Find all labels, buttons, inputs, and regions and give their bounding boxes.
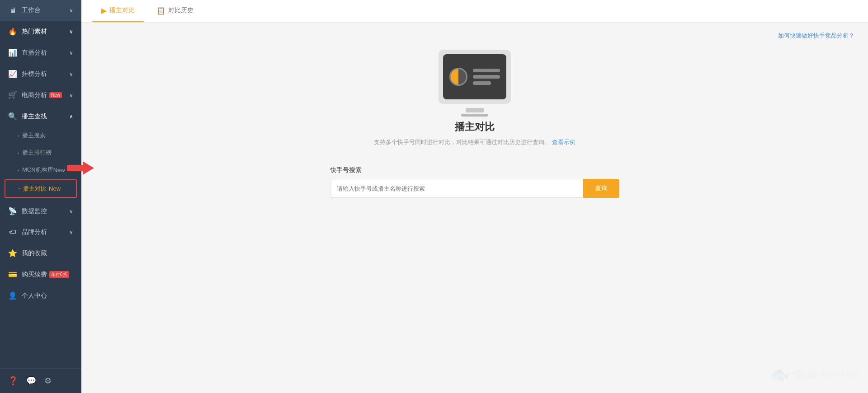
sidebar-item-label: 品牌分析	[22, 228, 47, 236]
sidebar-item-label: 播主查找	[22, 112, 47, 121]
help-link[interactable]: 如何快速做好快手竞品分析？	[778, 32, 854, 40]
view-example-link[interactable]: 查看示例	[552, 139, 576, 145]
sidebar-item-anchor-search[interactable]: 🔍 播主查找 ∧	[0, 106, 81, 127]
monitor-icon: 📡	[8, 207, 17, 215]
sidebar-item-hot-materials[interactable]: 🔥 热门素材 ∨	[0, 21, 81, 42]
sidebar-item-label: 数据监控	[22, 207, 47, 215]
page-subtitle: 支持多个快手号同时进行对比，对比结果可通过对比历史进行查询。 查看示例	[374, 138, 576, 146]
chart-icon: 📊	[8, 48, 17, 57]
tab-compare[interactable]: ▶ 播主对比	[92, 0, 144, 22]
workbench-icon: 🖥	[8, 6, 17, 14]
watermark-brand: 佰|品	[793, 368, 817, 381]
tab-label: 播主对比	[109, 6, 135, 14]
illustration	[439, 50, 511, 117]
shop-icon: 🛒	[8, 91, 17, 99]
new-badge: New	[49, 92, 62, 98]
sidebar-item-label: 播主对比	[23, 185, 47, 193]
search-label: 快手号搜索	[330, 166, 619, 174]
sidebar-item-label: 我的收藏	[22, 249, 47, 257]
chevron-down-icon: ∨	[69, 208, 73, 215]
stand	[466, 108, 484, 112]
new-badge: New	[53, 167, 65, 173]
sidebar-item-label: 个人中心	[22, 292, 47, 300]
center-section: 播主对比 支持多个快手号同时进行对比，对比结果可通过对比历史进行查询。 查看示例…	[81, 23, 868, 198]
tabs-bar: ▶ 播主对比 📋 对比历史	[81, 0, 868, 23]
new-badge: New	[49, 185, 61, 192]
sidebar-item-label: 购买续费	[22, 271, 47, 279]
sidebar-item-label: 工作台	[22, 6, 41, 14]
sidebar-item-workbench[interactable]: 🖥 工作台 ∨	[0, 0, 81, 21]
sidebar-item-rank-analysis[interactable]: 📈 挂榜分析 ∨	[0, 63, 81, 84]
search-input[interactable]	[330, 179, 583, 198]
watermark-logo: 🐟	[769, 365, 790, 384]
page-title: 播主对比	[455, 120, 495, 134]
circle-icon	[449, 68, 467, 86]
search-row: 查询	[330, 179, 619, 198]
watermark-text: 电商卖家助手	[821, 370, 859, 379]
chevron-down-icon: ∨	[69, 71, 73, 77]
sidebar-item-live-analysis[interactable]: 📊 直播分析 ∨	[0, 42, 81, 63]
sidebar-item-label: 挂榜分析	[22, 70, 47, 78]
chevron-down-icon: ∨	[69, 229, 73, 235]
main-content: ▶ 播主对比 📋 对比历史 如何快速做好快手竞品分析？	[81, 0, 868, 393]
user-icon: 👤	[8, 291, 17, 300]
tab-compare-history[interactable]: 📋 对比历史	[147, 0, 203, 22]
fire-icon: 🔥	[8, 27, 17, 36]
sidebar-item-collection[interactable]: ⭐ 我的收藏	[0, 243, 81, 264]
search-section: 快手号搜索 查询	[330, 166, 619, 198]
search-icon: 🔍	[8, 112, 17, 121]
sidebar-item-data-monitor[interactable]: 📡 数据监控 ∨	[0, 201, 81, 222]
history-icon: 📋	[156, 6, 165, 15]
sidebar-item-ecommerce[interactable]: 🛒 电商分析 New ∨	[0, 84, 81, 106]
sidebar-item-label: 电商分析	[22, 91, 47, 99]
chevron-down-icon: ∨	[69, 92, 73, 98]
brand-icon: 🏷	[8, 228, 17, 236]
play-icon: ▶	[101, 6, 107, 15]
watermark: 🐟 佰|品 电商卖家助手	[769, 365, 859, 384]
card-icon: 💳	[8, 270, 17, 279]
lines-decoration	[473, 69, 500, 85]
miniprogram-icon[interactable]: ⚙	[44, 376, 52, 386]
chat-icon[interactable]: 💬	[26, 376, 36, 386]
tab-label: 对比历史	[168, 6, 193, 14]
sidebar-item-label: 直播分析	[22, 49, 47, 57]
sidebar-subitem-anchor-compare[interactable]: 播主对比 New	[5, 179, 77, 198]
sidebar-item-label: 热门素材	[22, 28, 47, 36]
sidebar-item-buy[interactable]: 💳 购买续费 年付6折	[0, 264, 81, 285]
sidebar-item-brand-analysis[interactable]: 🏷 品牌分析 ∨	[0, 222, 81, 243]
help-icon[interactable]: ❓	[8, 376, 18, 386]
sidebar-footer: ❓ 💬 ⚙	[0, 368, 81, 393]
sidebar: 🖥 工作台 ∨ 🔥 热门素材 ∨ 📊 直播分析 ∨ 📈 挂榜分析 ∨ 🛒 电商分…	[0, 0, 81, 393]
promo-badge: 年付6折	[49, 271, 69, 278]
sidebar-subitem-mcn[interactable]: MCN机构库 New	[0, 161, 81, 178]
search-button[interactable]: 查询	[583, 179, 619, 198]
rank-icon: 📈	[8, 70, 17, 78]
chevron-down-icon: ∨	[69, 28, 73, 35]
base	[461, 114, 488, 117]
sidebar-item-personal[interactable]: 👤 个人中心	[0, 285, 81, 306]
star-icon: ⭐	[8, 249, 17, 257]
sidebar-subitem-anchor-search[interactable]: 播主搜索	[0, 127, 81, 144]
page-body: 如何快速做好快手竞品分析？	[81, 23, 868, 393]
chevron-down-icon: ∨	[69, 50, 73, 56]
sidebar-subitem-anchor-rank[interactable]: 播主排行榜	[0, 144, 81, 161]
chevron-down-icon: ∨	[69, 7, 73, 14]
chevron-up-icon: ∧	[69, 113, 73, 120]
